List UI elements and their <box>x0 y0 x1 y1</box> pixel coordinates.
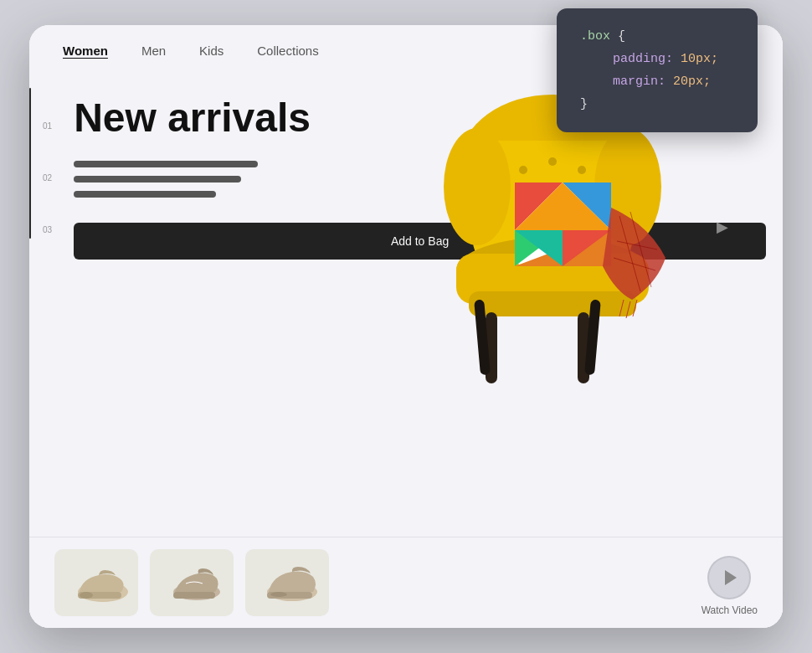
thumbnail-strip <box>54 549 329 616</box>
code-property-margin: margin: <box>613 75 666 89</box>
code-value-padding: 10px; <box>681 52 718 66</box>
thumbnail-2[interactable] <box>150 549 234 616</box>
svg-point-13 <box>578 166 586 174</box>
code-line-3: margin: 20px; <box>580 70 734 93</box>
svg-rect-37 <box>173 592 215 599</box>
code-selector: .box <box>580 29 610 44</box>
svg-point-11 <box>519 166 527 174</box>
next-arrow[interactable]: ▶ <box>717 218 728 236</box>
nav-item-collections[interactable]: Collections <box>257 44 318 58</box>
svg-rect-6 <box>469 291 636 316</box>
watch-video-label: Watch Video <box>702 604 758 616</box>
code-snippet-overlay: .box { padding: 10px; margin: 20px; } <box>557 8 758 132</box>
code-property-padding: padding: <box>613 52 673 66</box>
nav-item-men[interactable]: Men <box>141 44 166 58</box>
code-line-4: } <box>580 93 734 116</box>
thumbnail-3[interactable] <box>245 549 329 616</box>
nav-item-kids[interactable]: Kids <box>199 44 224 58</box>
text-placeholder-2 <box>74 176 241 183</box>
code-value-margin: 20px; <box>673 75 711 89</box>
text-placeholder-3 <box>74 191 216 198</box>
svg-point-35 <box>80 592 93 599</box>
code-brace-close: } <box>580 97 588 111</box>
hero-section: 01 02 03 New arrivals Add to Bag <box>29 71 783 537</box>
text-placeholder-1 <box>74 161 258 167</box>
main-frame: .box { padding: 10px; margin: 20px; } Wo… <box>29 25 783 628</box>
code-line-1: .box { <box>580 25 734 48</box>
svg-point-40 <box>270 592 287 597</box>
step-01: 01 <box>43 121 52 131</box>
step-03: 03 <box>43 225 52 234</box>
arrow-icon: ▶ <box>717 219 728 235</box>
code-brace-open: { <box>618 29 625 44</box>
thumbnail-1[interactable] <box>54 549 138 616</box>
code-line-2: padding: 10px; <box>580 48 734 70</box>
nav-item-women[interactable]: Women <box>63 44 108 58</box>
play-icon <box>725 570 737 585</box>
chair-svg <box>398 90 682 400</box>
svg-point-12 <box>548 157 557 166</box>
steps-vertical-line <box>29 88 31 239</box>
watch-video-button[interactable]: Watch Video <box>702 556 758 616</box>
svg-point-2 <box>444 128 511 245</box>
step-02: 02 <box>43 173 52 183</box>
play-circle <box>707 556 751 599</box>
steps-column <box>29 88 31 537</box>
